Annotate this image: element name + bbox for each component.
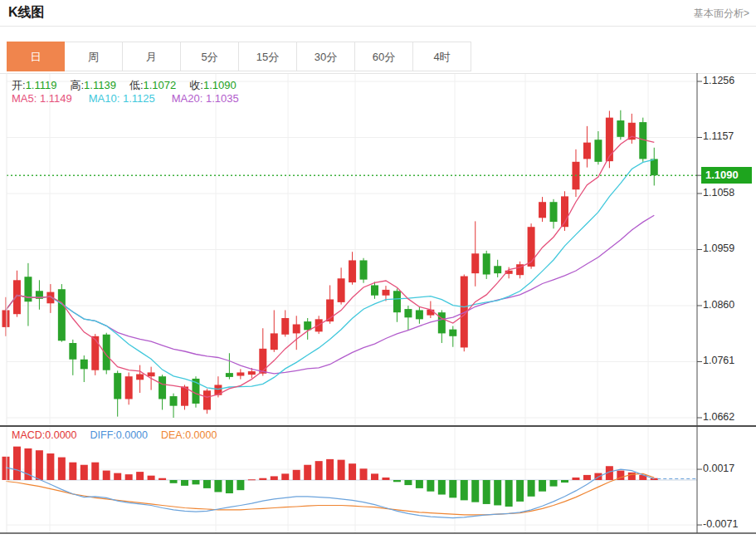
tab-day[interactable]: 日 bbox=[7, 42, 65, 71]
top-bar: K线图 基本面分析> bbox=[0, 0, 756, 27]
fundamental-analysis-link[interactable]: 基本面分析> bbox=[694, 7, 749, 21]
ma-value: MA20: 1.1035 bbox=[172, 92, 239, 105]
ohlc-label: 收: bbox=[189, 79, 203, 91]
ohlc-value: 1.1090 bbox=[203, 79, 237, 91]
candlestick-chart[interactable] bbox=[0, 73, 756, 539]
current-price-badge: 1.1090 bbox=[701, 167, 752, 184]
y-axis-tick-label: 1.0662 bbox=[703, 411, 734, 423]
ohlc-value: 1.1139 bbox=[84, 79, 116, 91]
ma-value: MA5: 1.1149 bbox=[12, 92, 72, 105]
macd-readout: MACD:0.0000DIFF:0.0000DEA:0.0000 bbox=[12, 429, 230, 441]
y-axis-tick-label: 1.1157 bbox=[703, 130, 734, 142]
y-axis-tick-label: -0.0071 bbox=[703, 518, 738, 530]
y-axis-tick-label: 1.0860 bbox=[703, 299, 734, 311]
y-axis-tick-label: 1.0761 bbox=[703, 355, 734, 366]
ohlc-label: 开: bbox=[12, 79, 26, 91]
macd-value: DIFF:0.0000 bbox=[90, 429, 148, 441]
tab-15min[interactable]: 15分 bbox=[239, 42, 297, 71]
ohlc-label: 高: bbox=[70, 79, 84, 91]
chart-area: 开:1.1119高:1.1139低:1.1072收:1.1090 MA5: 1.… bbox=[0, 73, 756, 539]
tab-4hour[interactable]: 4时 bbox=[413, 42, 471, 71]
y-axis-tick-label: 1.0959 bbox=[703, 243, 734, 254]
ohlc-readout: 开:1.1119高:1.1139低:1.1072收:1.1090 bbox=[12, 78, 250, 93]
tab-week[interactable]: 周 bbox=[65, 42, 123, 71]
ohlc-value: 1.1119 bbox=[26, 79, 57, 91]
y-axis-tick-label: 1.1058 bbox=[703, 187, 734, 198]
tab-30min[interactable]: 30分 bbox=[297, 42, 355, 71]
tab-60min[interactable]: 60分 bbox=[355, 42, 413, 71]
ma-value: MA10: 1.1125 bbox=[89, 92, 155, 105]
ohlc-value: 1.1072 bbox=[144, 79, 177, 91]
macd-value: MACD:0.0000 bbox=[12, 429, 77, 441]
ohlc-label: 低: bbox=[129, 79, 144, 91]
y-axis-tick-label: 1.1256 bbox=[703, 75, 734, 86]
page-title: K线图 bbox=[8, 4, 45, 22]
macd-value: DEA:0.0000 bbox=[161, 429, 217, 441]
ma-readout: MA5: 1.1149MA10: 1.1125MA20: 1.1035 bbox=[12, 92, 256, 105]
interval-tabs: 日周月5分15分30分60分4时 bbox=[7, 42, 471, 71]
tab-month[interactable]: 月 bbox=[123, 42, 181, 71]
tab-5min[interactable]: 5分 bbox=[181, 42, 239, 71]
kline-page: { "header": { "title": "K线图", "link": "基… bbox=[0, 0, 756, 539]
y-axis-tick-label: 0.0017 bbox=[703, 463, 734, 474]
